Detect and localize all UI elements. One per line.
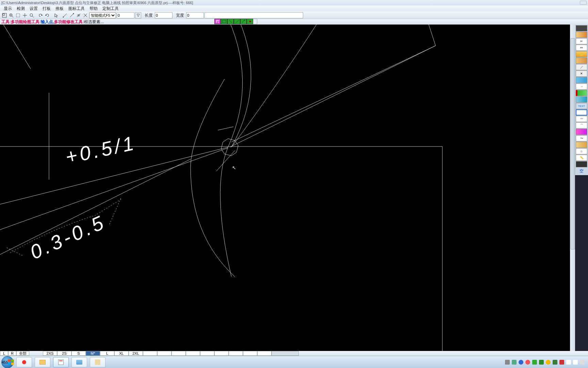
rtool-1[interactable]	[576, 32, 587, 38]
scrollbar-thumb[interactable]	[571, 38, 575, 249]
size-l[interactable]: L	[100, 351, 114, 356]
mode-btn-dot[interactable]	[247, 19, 253, 24]
rtool-11[interactable]	[576, 96, 587, 103]
menu-inspect[interactable]: 检测	[14, 6, 27, 12]
title-text: [C:\Users\Administrator\Desktop\3.六面原型 点…	[1, 0, 193, 5]
tray-icon-8[interactable]	[553, 360, 557, 365]
size-2xl[interactable]: 2XL	[129, 351, 143, 356]
tray-icon-4[interactable]	[525, 360, 530, 365]
tray-icon-1[interactable]	[505, 360, 510, 365]
mode-btn-up[interactable]	[234, 19, 240, 24]
param-button[interactable]	[135, 12, 141, 18]
rtool-rect-icon[interactable]	[576, 109, 587, 116]
rtool-arrow-icon[interactable]: →	[576, 83, 587, 90]
minimize-button[interactable]	[580, 1, 587, 5]
mode-select[interactable]: 智能模式F5	[89, 12, 116, 18]
rtool-scissors-icon[interactable]: ✂	[576, 38, 587, 44]
rtool-pencil-icon[interactable]: ／	[576, 64, 587, 70]
tray-volume-icon[interactable]	[573, 360, 578, 365]
svg-point-15	[63, 17, 64, 18]
size-empty1[interactable]	[143, 351, 157, 356]
size-empty7[interactable]	[229, 351, 243, 356]
menu-settings[interactable]: 设置	[27, 6, 40, 12]
rtool-8[interactable]	[576, 77, 587, 83]
mode-btn-down[interactable]	[227, 19, 234, 24]
size-empty6[interactable]	[214, 351, 229, 356]
menu-help[interactable]: 帮助	[87, 6, 100, 12]
tool-pointer-icon[interactable]	[53, 12, 59, 18]
menu-icon-tools[interactable]: 图标工具	[66, 6, 87, 12]
tool-snap2-icon[interactable]	[69, 12, 75, 18]
tray-flag-icon[interactable]	[566, 360, 571, 365]
mode-btn-rect[interactable]	[221, 19, 227, 24]
size-2xs[interactable]: 2XS	[43, 351, 57, 356]
tray-icon-5[interactable]	[532, 360, 537, 365]
size-xl[interactable]: XL	[114, 351, 129, 356]
size-scroll[interactable]	[272, 351, 299, 356]
tray-network-icon[interactable]	[580, 360, 585, 365]
rtool-cross-icon[interactable]: ✕	[576, 71, 587, 77]
tool-snap3-icon[interactable]	[76, 12, 82, 18]
mode-btn-print[interactable]: 打	[214, 19, 221, 24]
size-empty8[interactable]	[243, 351, 257, 356]
vertical-scrollbar[interactable]	[570, 25, 575, 351]
tool-zoom-extents-icon[interactable]	[1, 12, 7, 18]
rtool-empty-label[interactable]: 空	[575, 168, 588, 175]
tray-shield-icon[interactable]	[539, 360, 544, 365]
menu-grade[interactable]: 推板	[53, 6, 66, 12]
length-input[interactable]	[155, 12, 173, 18]
rtool-16[interactable]	[576, 129, 587, 135]
size-empty2[interactable]	[157, 351, 172, 356]
size-2s[interactable]: 2S	[57, 351, 71, 356]
rtool-home-icon[interactable]: ⌂	[576, 148, 587, 154]
task-explorer[interactable]	[35, 357, 50, 367]
tool-undo-icon[interactable]	[37, 12, 44, 18]
rtool-link-icon[interactable]: ⚯	[576, 45, 587, 51]
mode-btn-out[interactable]	[240, 19, 247, 24]
rtool-dark[interactable]	[576, 161, 587, 167]
lrp-r[interactable]: R	[8, 351, 16, 356]
tool-snap4-icon[interactable]	[82, 12, 88, 18]
svg-rect-6	[16, 14, 20, 17]
tool-pan-icon[interactable]	[22, 12, 28, 18]
size-s[interactable]: S	[71, 351, 86, 356]
tool-zoom-window-icon[interactable]	[15, 12, 21, 18]
task-photos[interactable]	[71, 357, 87, 367]
lrp-l[interactable]: L	[0, 351, 8, 356]
tray-icon-9[interactable]	[559, 360, 564, 365]
width-input[interactable]	[186, 12, 204, 18]
size-empty5[interactable]	[200, 351, 214, 356]
tray-icon-2[interactable]	[512, 360, 517, 365]
task-current-app[interactable]	[53, 357, 69, 367]
menu-pattern[interactable]: 打板	[40, 6, 53, 12]
task-other[interactable]	[90, 357, 105, 367]
rtool-wave-icon[interactable]: 〜	[576, 135, 587, 141]
rtool-ruler-icon[interactable]: 📏	[576, 155, 587, 161]
rtool-14[interactable]: 〰	[576, 116, 587, 122]
rtool-4[interactable]	[576, 51, 587, 57]
rtool-text-icon[interactable]: TEXT	[576, 103, 587, 109]
rtool-header[interactable]	[576, 25, 587, 31]
lrp-all[interactable]: 全部	[16, 351, 29, 356]
tray-icon-3[interactable]	[519, 360, 523, 365]
task-recorder[interactable]	[16, 357, 32, 367]
rtool-curve-icon[interactable]: ⌒	[576, 122, 587, 128]
size-empty9[interactable]	[257, 351, 272, 356]
num1-input[interactable]	[117, 12, 134, 18]
rtool-10[interactable]	[576, 90, 587, 96]
start-button[interactable]: 455	[1, 356, 14, 368]
rtool-18[interactable]	[576, 142, 587, 148]
size-empty3[interactable]	[172, 351, 186, 356]
mode-btn-tail[interactable]	[253, 19, 257, 24]
size-m[interactable]: M*	[86, 351, 100, 356]
tool-zoom-in-icon[interactable]	[8, 12, 14, 18]
tool-redo-icon[interactable]	[44, 12, 50, 18]
tool-zoom-prev-icon[interactable]	[29, 12, 35, 18]
menu-display[interactable]: 显示	[1, 6, 14, 12]
tool-snap1-icon[interactable]	[62, 12, 68, 18]
size-empty4[interactable]	[186, 351, 200, 356]
menu-custom[interactable]: 定制工具	[100, 6, 121, 12]
rtool-5[interactable]	[576, 58, 587, 64]
tray-icon-7[interactable]	[546, 360, 551, 365]
drawing-canvas[interactable]: +0.5/1 0.3-0.5 ↖	[0, 25, 570, 351]
